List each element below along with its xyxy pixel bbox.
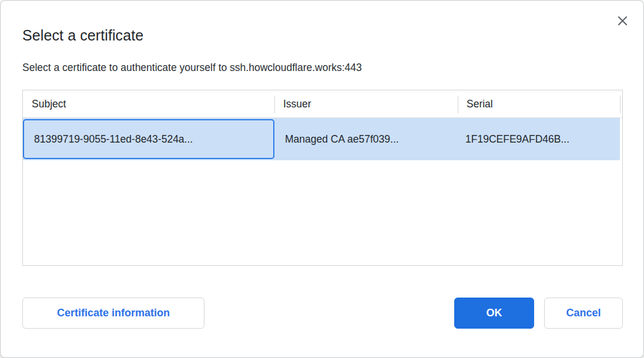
certificate-table: Subject Issuer Serial 81399719-9055-11ed… [22, 90, 623, 266]
column-divider [274, 96, 275, 113]
close-button[interactable] [614, 12, 630, 29]
cell-issuer[interactable]: Managed CA ae57f039... [274, 118, 458, 160]
certificate-information-button[interactable]: Certificate information [22, 298, 204, 329]
cancel-button[interactable]: Cancel [544, 298, 623, 329]
column-header-issuer[interactable]: Issuer [274, 90, 458, 117]
table-header: Subject Issuer Serial [23, 90, 622, 118]
ok-button[interactable]: OK [454, 298, 534, 329]
column-divider [458, 96, 458, 113]
column-header-serial[interactable]: Serial [458, 90, 620, 117]
column-divider [620, 96, 620, 113]
column-header-subject[interactable]: Subject [23, 90, 274, 117]
dialog-subtitle: Select a certificate to authenticate you… [22, 62, 362, 74]
dialog-title: Select a certificate [22, 27, 143, 44]
cell-subject[interactable]: 81399719-9055-11ed-8e43-524a... [23, 119, 274, 159]
certificate-select-dialog: Select a certificate Select a certificat… [0, 0, 644, 358]
certificate-row-selected[interactable]: 81399719-9055-11ed-8e43-524a... Managed … [23, 118, 620, 160]
close-icon [618, 16, 628, 26]
cell-serial[interactable]: 1F19CEFE9AFD46B... [458, 118, 620, 160]
